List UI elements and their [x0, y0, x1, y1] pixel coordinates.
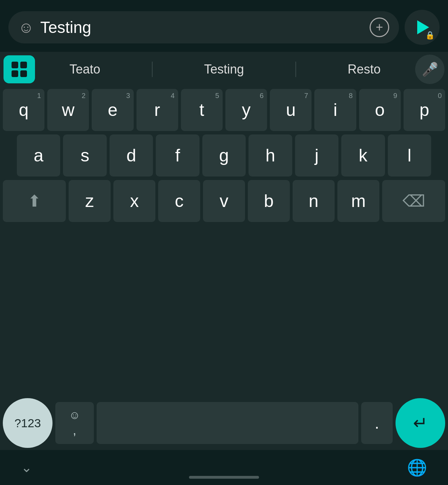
send-lock-icon: 🔒 — [425, 31, 435, 40]
key-m[interactable]: m — [337, 180, 379, 222]
key-p[interactable]: 0p — [404, 89, 445, 131]
enter-key[interactable]: ↵ — [396, 398, 445, 448]
key-y[interactable]: 6y — [225, 89, 267, 131]
suggestion-divider-1 — [152, 62, 153, 77]
key-k[interactable]: k — [341, 134, 385, 176]
suggestions-row: Teato Testing Resto 🎤 — [0, 52, 448, 87]
shift-key[interactable]: ⬆ — [3, 180, 66, 222]
key-a[interactable]: a — [17, 134, 60, 176]
key-r[interactable]: 4r — [136, 89, 178, 131]
key-c[interactable]: c — [158, 180, 200, 222]
apps-button[interactable] — [4, 55, 35, 83]
emoji-comma-key[interactable]: ☺ , — [55, 402, 94, 444]
mic-button[interactable]: 🎤 — [415, 55, 444, 84]
chevron-down-icon[interactable]: ⌄ — [21, 460, 32, 475]
apps-grid-icon — [12, 62, 27, 77]
suggestions-words: Teato Testing Resto — [38, 58, 412, 80]
suggestion-teato[interactable]: Teato — [59, 58, 111, 80]
message-input-bar[interactable]: ☺ Testing + — [8, 11, 399, 43]
key-s[interactable]: s — [63, 134, 106, 176]
key-t[interactable]: 5t — [181, 89, 223, 131]
bottom-row: ?123 ☺ , . ↵ — [0, 397, 448, 450]
key-d[interactable]: d — [110, 134, 153, 176]
suggestion-testing[interactable]: Testing — [194, 58, 254, 80]
comma-label: , — [73, 423, 76, 438]
input-text[interactable]: Testing — [40, 18, 363, 37]
key-u[interactable]: 7u — [270, 89, 312, 131]
send-button[interactable]: 🔒 — [405, 10, 440, 45]
mic-icon: 🎤 — [422, 62, 438, 77]
key-z[interactable]: z — [69, 180, 111, 222]
key-w[interactable]: 2w — [47, 89, 89, 131]
key-v[interactable]: v — [203, 180, 245, 222]
key-row-3: ⬆zxcvbnm⌫ — [3, 180, 445, 222]
key-j[interactable]: j — [295, 134, 338, 176]
key-x[interactable]: x — [113, 180, 155, 222]
key-g[interactable]: g — [202, 134, 246, 176]
add-icon[interactable]: + — [370, 18, 389, 37]
key-f[interactable]: f — [156, 134, 199, 176]
suggestion-resto[interactable]: Resto — [337, 58, 391, 80]
globe-icon[interactable]: 🌐 — [407, 458, 427, 477]
emoji-icon[interactable]: ☺ — [18, 20, 34, 35]
home-indicator — [189, 476, 259, 479]
emoji-small-icon: ☺ — [69, 409, 80, 422]
keyboard: Teato Testing Resto 🎤 1q2w3e4r5t6y7u8i9o… — [0, 52, 448, 450]
suggestion-divider-2 — [295, 62, 296, 77]
key-b[interactable]: b — [248, 180, 290, 222]
key-n[interactable]: n — [293, 180, 335, 222]
key-q[interactable]: 1q — [3, 89, 44, 131]
backspace-icon: ⌫ — [402, 192, 425, 210]
numbers-key[interactable]: ?123 — [3, 398, 52, 448]
key-o[interactable]: 9o — [359, 89, 401, 131]
backspace-key[interactable]: ⌫ — [382, 180, 445, 222]
key-l[interactable]: l — [388, 134, 431, 176]
top-area: ☺ Testing + 🔒 — [0, 0, 448, 52]
shift-icon: ⬆ — [28, 192, 41, 210]
key-row-2: asdfghjkl — [3, 134, 445, 176]
key-h[interactable]: h — [248, 134, 292, 176]
key-row-1: 1q2w3e4r5t6y7u8i9o0p — [3, 89, 445, 131]
keys-area: 1q2w3e4r5t6y7u8i9o0p asdfghjkl ⬆zxcvbnm⌫ — [0, 87, 448, 397]
bottom-bar: ⌄ 🌐 — [0, 450, 448, 485]
key-i[interactable]: 8i — [314, 89, 356, 131]
period-key[interactable]: . — [361, 402, 393, 444]
key-e[interactable]: 3e — [92, 89, 133, 131]
space-key[interactable] — [97, 402, 358, 444]
